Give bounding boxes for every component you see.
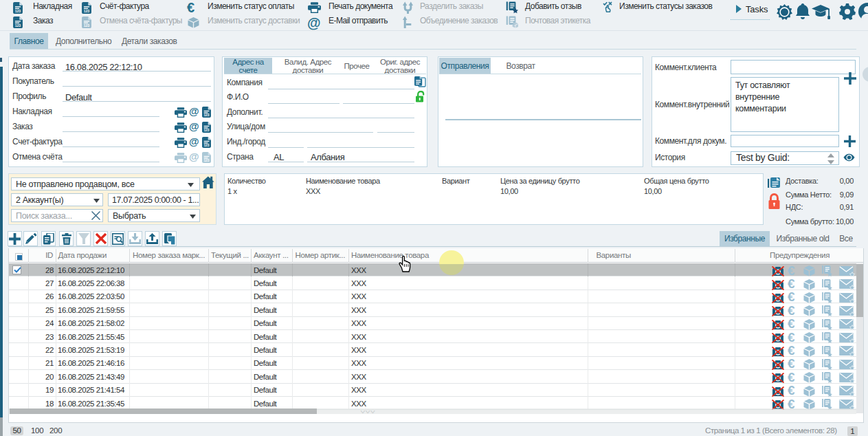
svg-text:123: 123 — [15, 9, 21, 13]
svg-text:123: 123 — [203, 159, 209, 162]
svg-text:123: 123 — [203, 129, 209, 132]
svg-text:123: 123 — [15, 23, 21, 28]
svg-text:123: 123 — [84, 9, 90, 13]
svg-text:123: 123 — [203, 113, 209, 117]
svg-text:123: 123 — [84, 23, 90, 28]
svg-text:123: 123 — [203, 144, 209, 147]
